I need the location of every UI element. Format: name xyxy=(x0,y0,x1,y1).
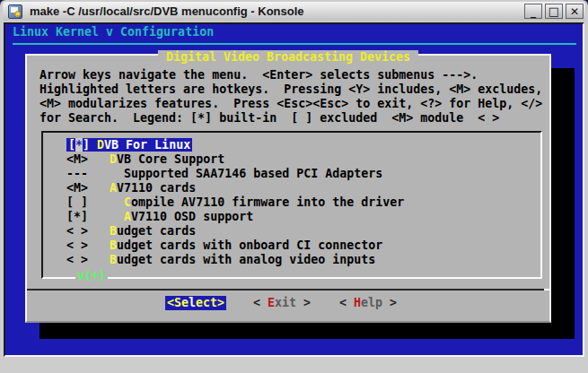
buttons-separator xyxy=(27,289,549,291)
minimize-button[interactable]: _ xyxy=(524,4,542,19)
instructions-line: Highlighted letters are hotkeys. Pressin… xyxy=(39,82,542,97)
backtitle-underline xyxy=(13,43,576,45)
backtitle: Linux Kernel v Configuration xyxy=(13,25,214,39)
instructions-line: <M> modularizes features. Press <Esc><Es… xyxy=(39,97,542,111)
menu-item[interactable]: [*] AV7110 OSD support xyxy=(43,210,539,224)
help-button[interactable]: < Help > xyxy=(339,296,397,310)
menu-item[interactable]: --- Supported SAA7146 based PCI Adapters xyxy=(43,167,539,181)
konsole-window: make -C /usr/local/src/DVB menuconfig - … xyxy=(0,0,588,373)
menu-item[interactable]: <M> AV7110 cards xyxy=(43,181,539,195)
window-title: make -C /usr/local/src/DVB menuconfig - … xyxy=(30,4,304,18)
scroll-more-indicator: v(+) xyxy=(75,269,108,283)
instructions-line: Arrow keys navigate the menu. <Enter> se… xyxy=(39,68,478,82)
konsole-app-icon xyxy=(8,4,22,19)
close-button[interactable]: ✕ xyxy=(566,4,584,19)
menu-item[interactable]: < > Budget cards with analog video input… xyxy=(43,253,539,267)
window-controls: _ □ ✕ xyxy=(524,4,584,19)
dialog-title: Digital Video Broadcasting Devices xyxy=(158,50,418,65)
instructions-line: for Search. Legend: [*] built-in [ ] exc… xyxy=(39,111,499,126)
window-titlebar[interactable]: make -C /usr/local/src/DVB menuconfig - … xyxy=(3,2,585,21)
exit-button[interactable]: < Exit > xyxy=(253,296,311,310)
maximize-button[interactable]: □ xyxy=(545,4,563,19)
menu-item[interactable]: [*] DVB For Linux xyxy=(43,138,539,152)
menu-list: [*] DVB For Linux<M> DVB Core Support---… xyxy=(43,138,539,267)
select-button[interactable]: <Select> xyxy=(165,296,226,310)
dialog-shadow-bottom xyxy=(39,323,575,339)
menu-item[interactable]: [ ] Compile AV7110 firmware into the dri… xyxy=(43,195,539,210)
menu-item[interactable]: <M> DVB Core Support xyxy=(43,152,539,167)
menu-item[interactable]: < > Budget cards with onboard CI connect… xyxy=(43,239,539,253)
dialog-shadow-right xyxy=(551,68,575,339)
menu-item[interactable]: < > Budget cards xyxy=(43,224,539,239)
